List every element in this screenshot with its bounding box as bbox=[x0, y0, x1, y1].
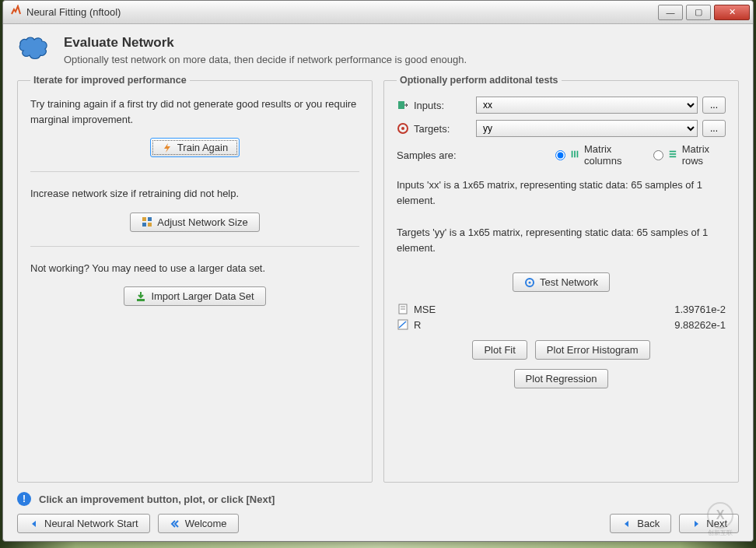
matrix-columns-radio[interactable]: Matrix columns bbox=[555, 143, 642, 167]
svg-point-7 bbox=[401, 127, 404, 130]
watermark: X 创新互联 bbox=[689, 500, 751, 539]
targets-browse-button[interactable]: ... bbox=[702, 120, 726, 137]
r-label: R bbox=[414, 319, 460, 331]
plot-regression-button[interactable]: Plot Regression bbox=[514, 369, 609, 388]
iterate-panel: Iterate for improved performance Try tra… bbox=[17, 75, 373, 483]
maximize-button[interactable]: ▢ bbox=[686, 5, 711, 20]
matrix-rows-radio[interactable]: Matrix rows bbox=[653, 143, 726, 167]
inputs-browse-button[interactable]: ... bbox=[702, 97, 726, 114]
tests-panel: Optionally perform additonal tests Input… bbox=[383, 75, 739, 483]
chart-icon bbox=[397, 318, 409, 331]
samples-label: Samples are: bbox=[397, 149, 544, 161]
mse-row: MSE 1.39761e-2 bbox=[397, 303, 726, 315]
svg-rect-9 bbox=[574, 151, 576, 158]
targets-label: Targets: bbox=[414, 123, 476, 135]
tests-legend: Optionally perform additonal tests bbox=[397, 75, 562, 86]
gear-icon bbox=[524, 277, 535, 288]
back-icon bbox=[621, 518, 632, 529]
page-header: Evaluate Network Optionally test network… bbox=[17, 35, 739, 65]
plot-error-histogram-button[interactable]: Plot Error Histogram bbox=[535, 340, 650, 360]
inputs-icon bbox=[397, 99, 409, 111]
svg-rect-10 bbox=[577, 151, 579, 158]
import-data-text: Not working? You may need to use a large… bbox=[30, 261, 359, 276]
svg-rect-11 bbox=[669, 151, 675, 153]
neural-network-start-button[interactable]: Neural Network Start bbox=[17, 514, 150, 533]
rewind-icon bbox=[170, 518, 180, 529]
brain-icon bbox=[17, 35, 51, 63]
svg-rect-4 bbox=[137, 299, 145, 301]
train-again-button[interactable]: Train Again bbox=[150, 138, 240, 157]
grid-icon bbox=[142, 216, 152, 227]
targets-icon bbox=[397, 122, 409, 135]
svg-rect-2 bbox=[142, 223, 146, 227]
targets-select[interactable]: yy bbox=[476, 120, 698, 137]
inputs-row: Inputs: xx ... bbox=[397, 97, 726, 114]
test-network-button[interactable]: Test Network bbox=[513, 272, 610, 292]
targets-description: Targets 'yy' is a 1x65 matrix, represent… bbox=[397, 225, 726, 255]
iterate-legend: Iterate for improved performance bbox=[30, 75, 190, 86]
document-icon bbox=[397, 303, 409, 315]
mse-label: MSE bbox=[414, 304, 460, 315]
divider bbox=[30, 171, 359, 172]
lightning-icon bbox=[162, 142, 173, 153]
footer-buttons: Neural Network Start Welcome Back Next bbox=[17, 514, 739, 533]
inputs-select[interactable]: xx bbox=[476, 97, 698, 114]
window-controls: — ▢ ✕ bbox=[658, 5, 753, 20]
window-title: Neural Fitting (nftool) bbox=[26, 6, 121, 18]
svg-rect-13 bbox=[669, 156, 675, 158]
footer-hint: ! Click an improvement button, plot, or … bbox=[17, 492, 739, 506]
inputs-label: Inputs: bbox=[414, 100, 476, 111]
svg-rect-3 bbox=[148, 223, 152, 227]
divider bbox=[30, 246, 359, 247]
minimize-button[interactable]: — bbox=[658, 5, 683, 20]
import-icon bbox=[135, 291, 146, 302]
columns-icon bbox=[570, 149, 579, 160]
app-window: Neural Fitting (nftool) — ▢ ✕ Evaluate N… bbox=[2, 0, 754, 542]
svg-rect-1 bbox=[148, 217, 152, 221]
rows-icon bbox=[668, 149, 677, 160]
svg-rect-5 bbox=[398, 101, 404, 109]
svg-point-15 bbox=[528, 281, 530, 283]
svg-rect-8 bbox=[572, 151, 573, 158]
close-button[interactable]: ✕ bbox=[714, 5, 750, 20]
titlebar: Neural Fitting (nftool) — ▢ ✕ bbox=[3, 1, 753, 24]
r-row: R 9.88262e-1 bbox=[397, 318, 726, 331]
plot-fit-button[interactable]: Plot Fit bbox=[472, 340, 527, 360]
matlab-icon bbox=[9, 5, 22, 19]
info-icon: ! bbox=[17, 492, 31, 506]
r-value: 9.88262e-1 bbox=[674, 319, 726, 331]
train-again-text: Try training again if a first try did no… bbox=[30, 97, 359, 127]
svg-rect-12 bbox=[669, 153, 675, 155]
targets-row: Targets: yy ... bbox=[397, 120, 726, 137]
back-arrow-icon bbox=[29, 518, 40, 529]
adjust-size-text: Increase network size if retraining did … bbox=[30, 186, 359, 202]
svg-rect-0 bbox=[142, 217, 146, 221]
back-button[interactable]: Back bbox=[610, 514, 671, 533]
inputs-description: Inputs 'xx' is a 1x65 matrix, representi… bbox=[397, 177, 726, 208]
page-title: Evaluate Network bbox=[64, 35, 467, 51]
welcome-button[interactable]: Welcome bbox=[158, 514, 239, 533]
page-subtitle: Optionally test network on more data, th… bbox=[64, 54, 467, 65]
import-larger-dataset-button[interactable]: Import Larger Data Set bbox=[124, 286, 265, 306]
content-area: Evaluate Network Optionally test network… bbox=[3, 24, 753, 541]
samples-row: Samples are: Matrix columns Matrix rows bbox=[397, 143, 726, 167]
mse-value: 1.39761e-2 bbox=[674, 304, 726, 315]
adjust-network-size-button[interactable]: Adjust Network Size bbox=[130, 213, 259, 232]
